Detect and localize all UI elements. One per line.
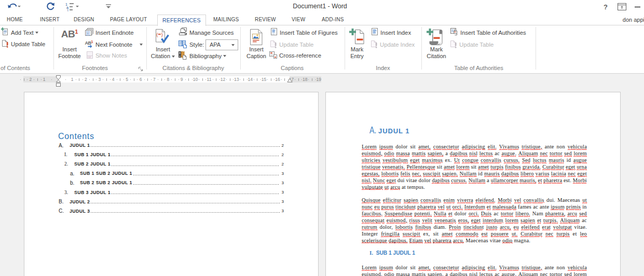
svg-text:): ) (161, 32, 162, 37)
svg-text:1: 1 (91, 39, 93, 44)
svg-text:[i]: [i] (86, 31, 90, 36)
